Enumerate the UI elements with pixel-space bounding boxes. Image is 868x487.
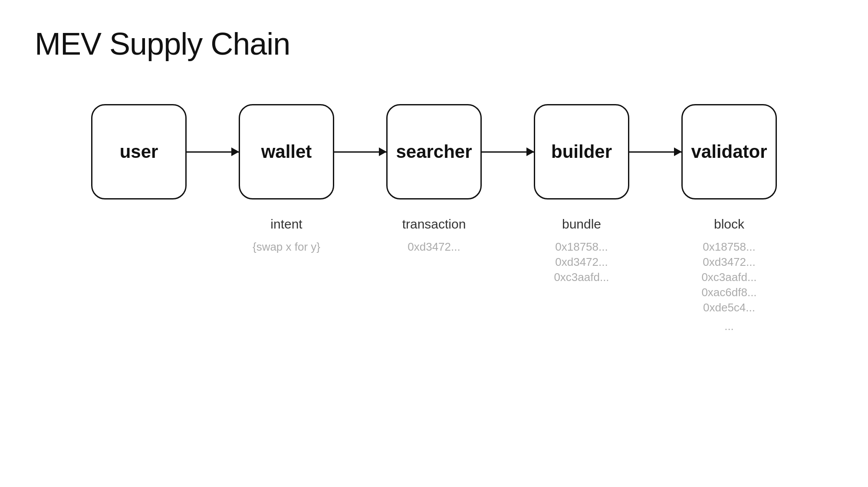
block-tx-3: 0xc3aafd... — [701, 271, 756, 284]
node-wallet: wallet — [239, 104, 334, 199]
block-tx-2: 0xd3472... — [703, 255, 755, 269]
diagram-area: user wallet searcher builder — [26, 104, 842, 333]
intent-label: intent — [270, 217, 302, 232]
node-user: user — [91, 104, 187, 199]
node-validator: validator — [681, 104, 777, 199]
node-validator-label: validator — [691, 141, 767, 162]
block-tx-4: 0xac6df8... — [701, 286, 756, 299]
bundle-tx-list: 0x18758... 0xd3472... 0xc3aafd... — [554, 240, 609, 284]
node-builder: builder — [534, 104, 629, 199]
builder-label-cell: bundle 0x18758... 0xd3472... 0xc3aafd... — [534, 217, 629, 284]
block-label: block — [714, 217, 744, 232]
arrow-line-4 — [629, 151, 681, 153]
bundle-tx-3: 0xc3aafd... — [554, 271, 609, 284]
node-wallet-label: wallet — [261, 141, 312, 162]
transaction-tx-list: 0xd3472... — [408, 240, 460, 254]
arrow-line-3 — [482, 151, 534, 153]
intent-tx-list: {swap x for y} — [253, 240, 320, 254]
arrow-2 — [334, 151, 386, 153]
arrow-line-2 — [334, 151, 386, 153]
transaction-tx-1: 0xd3472... — [408, 240, 460, 254]
node-searcher-label: searcher — [396, 141, 472, 162]
labels-row: intent {swap x for y} transaction 0xd347… — [26, 217, 842, 333]
bundle-label: bundle — [562, 217, 601, 232]
nodes-row: user wallet searcher builder — [26, 104, 842, 199]
block-tx-5: 0xde5c4... — [703, 301, 755, 314]
block-tx-list: 0x18758... 0xd3472... 0xc3aafd... 0xac6d… — [701, 240, 756, 333]
node-user-label: user — [120, 141, 158, 162]
searcher-label-cell: transaction 0xd3472... — [386, 217, 482, 254]
node-searcher: searcher — [386, 104, 482, 199]
transaction-label: transaction — [402, 217, 466, 232]
bundle-tx-2: 0xd3472... — [555, 255, 608, 269]
block-tx-1: 0x18758... — [703, 240, 755, 254]
arrow-1 — [187, 151, 239, 153]
intent-tx-1: {swap x for y} — [253, 240, 320, 254]
page-title: MEV Supply Chain — [35, 26, 290, 62]
arrow-3 — [482, 151, 534, 153]
bundle-tx-1: 0x18758... — [555, 240, 608, 254]
arrow-line-1 — [187, 151, 239, 153]
wallet-label-cell: intent {swap x for y} — [239, 217, 334, 254]
node-builder-label: builder — [551, 141, 612, 162]
arrow-4 — [629, 151, 681, 153]
validator-label-cell: block 0x18758... 0xd3472... 0xc3aafd... … — [681, 217, 777, 333]
block-tx-ellipsis: ... — [724, 320, 734, 333]
